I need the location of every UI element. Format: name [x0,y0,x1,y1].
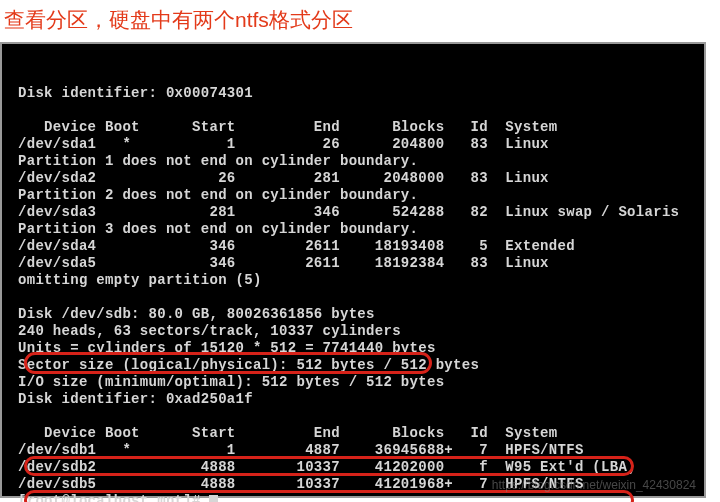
out-geo: 240 heads, 63 sectors/track, 10337 cylin… [18,323,401,339]
out-disk-id: Disk identifier: 0x00074301 [18,85,253,101]
out-warn1: Partition 1 does not end on cylinder bou… [18,153,418,169]
terminal-output: Disk identifier: 0x00074301 Device Boot … [2,44,704,502]
out-header2: Device Boot Start End Blocks Id System [18,425,557,441]
cursor-icon [209,495,218,502]
out-sda4: /dev/sda4 346 2611 18193408 5 Extended [18,238,575,254]
out-omit: omitting empty partition (5) [18,272,262,288]
out-diskid2: Disk identifier: 0xad250a1f [18,391,253,407]
out-sector: Sector size (logical/physical): 512 byte… [18,357,479,373]
page-caption: 查看分区，硬盘中有两个ntfs格式分区 [0,0,720,42]
out-prompt[interactable]: [root@localhost mnt]# [18,493,209,502]
out-warn3: Partition 3 does not end on cylinder bou… [18,221,418,237]
out-warn2: Partition 2 does not end on cylinder bou… [18,187,418,203]
out-units: Units = cylinders of 15120 * 512 = 77414… [18,340,436,356]
out-sda1: /dev/sda1 * 1 26 204800 83 Linux [18,136,549,152]
out-disk2: Disk /dev/sdb: 80.0 GB, 80026361856 byte… [18,306,375,322]
out-sdb1: /dev/sdb1 * 1 4887 36945688+ 7 HPFS/NTFS [18,442,584,458]
out-sdb2: /dev/sdb2 4888 10337 41202000 f W95 Ext'… [18,459,636,475]
terminal-window: Disk identifier: 0x00074301 Device Boot … [0,42,706,498]
watermark-text: https://blog.csdn.net/weixin_42430824 [492,478,696,492]
out-header1: Device Boot Start End Blocks Id System [18,119,557,135]
out-sda5: /dev/sda5 346 2611 18192384 83 Linux [18,255,549,271]
out-sda2: /dev/sda2 26 281 2048000 83 Linux [18,170,549,186]
out-sda3: /dev/sda3 281 346 524288 82 Linux swap /… [18,204,679,220]
out-io: I/O size (minimum/optimal): 512 bytes / … [18,374,444,390]
